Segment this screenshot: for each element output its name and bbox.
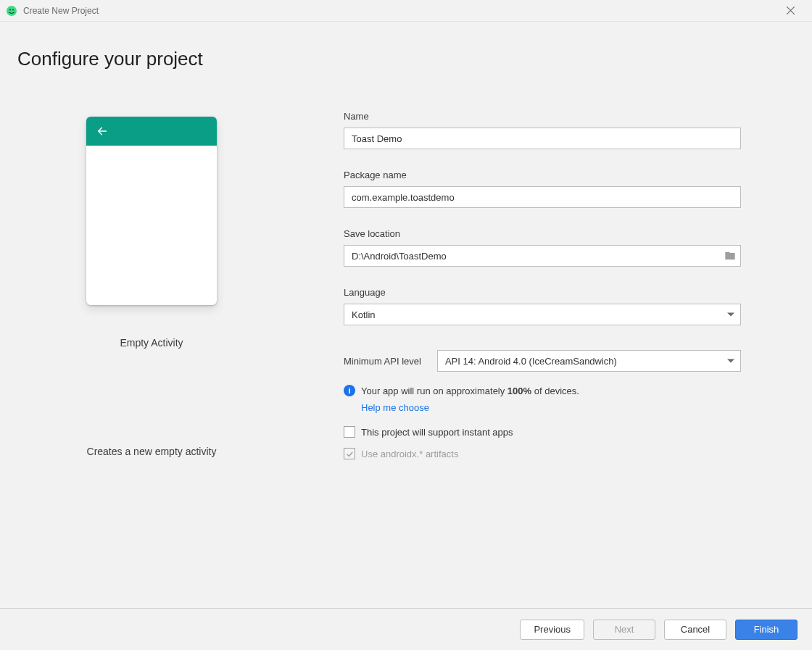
template-preview — [86, 117, 217, 305]
info-suffix: of devices. — [531, 386, 579, 396]
next-button: Next — [593, 620, 655, 640]
preview-appbar — [86, 117, 217, 146]
check-icon — [346, 450, 354, 458]
language-label: Language — [344, 287, 741, 298]
name-input[interactable] — [344, 128, 741, 149]
window-title: Create New Project — [23, 6, 99, 16]
name-label: Name — [344, 111, 741, 122]
svg-point-1 — [9, 9, 11, 10]
info-percent: 100% — [508, 386, 531, 396]
language-select[interactable]: Kotlin — [344, 304, 741, 325]
previous-button[interactable]: Previous — [520, 620, 584, 640]
titlebar: Create New Project — [0, 0, 812, 22]
browse-location-button[interactable] — [722, 248, 738, 264]
template-description: Creates a new empty activity — [87, 446, 217, 457]
language-value: Kotlin — [352, 309, 376, 320]
instant-apps-checkbox[interactable] — [344, 426, 355, 438]
form-column: Name Package name Save location Language — [344, 111, 741, 459]
android-studio-icon — [6, 5, 17, 17]
chevron-down-icon — [727, 359, 734, 363]
api-label: Minimum API level — [344, 356, 421, 367]
close-icon — [787, 7, 795, 14]
instant-apps-label: This project will support instant apps — [361, 427, 513, 438]
back-arrow-icon — [96, 125, 108, 137]
cancel-button[interactable]: Cancel — [664, 620, 726, 640]
api-level-select[interactable]: API 14: Android 4.0 (IceCreamSandwich) — [437, 350, 741, 372]
location-label: Save location — [344, 228, 741, 239]
wizard-footer: Previous Next Cancel Finish — [0, 608, 812, 650]
preview-column: Empty Activity Creates a new empty activ… — [17, 111, 286, 459]
page-title: Configure your project — [17, 48, 795, 70]
package-label: Package name — [344, 170, 741, 180]
info-icon: i — [344, 385, 355, 396]
close-button[interactable] — [776, 1, 805, 21]
finish-button[interactable]: Finish — [735, 620, 798, 640]
folder-icon — [724, 250, 736, 262]
help-me-choose-link[interactable]: Help me choose — [361, 402, 741, 413]
svg-point-2 — [12, 9, 14, 10]
chevron-down-icon — [727, 313, 734, 317]
svg-point-0 — [7, 6, 17, 16]
content-area: Configure your project Empty Activity Cr… — [0, 22, 812, 608]
androidx-checkbox — [344, 448, 355, 459]
package-input[interactable] — [344, 186, 741, 208]
androidx-label: Use androidx.* artifacts — [361, 449, 458, 459]
template-name: Empty Activity — [120, 337, 183, 349]
info-prefix: Your app will run on approximately — [361, 386, 508, 396]
device-compat-info: i Your app will run on approximately 100… — [344, 385, 741, 396]
location-input[interactable] — [344, 245, 741, 267]
api-value: API 14: Android 4.0 (IceCreamSandwich) — [445, 356, 617, 367]
